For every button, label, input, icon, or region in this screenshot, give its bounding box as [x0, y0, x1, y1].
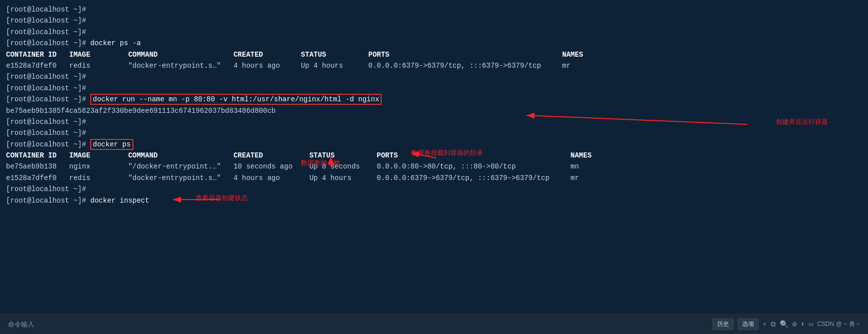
search-icon: 🔍	[780, 320, 788, 328]
terminal-line: [root@localhost ~]#	[6, 83, 862, 94]
terminal-line-docker-run: [root@localhost ~]# docker run --name mn…	[6, 94, 862, 105]
terminal-line: [root@localhost ~]#	[6, 4, 862, 15]
terminal-line: [root@localhost ~]#	[6, 15, 862, 26]
annotation-check-status: 查看容器创建状态	[196, 194, 248, 203]
table-row-nginx: be75aeb9b138 nginx "/docker-entrypoint.……	[6, 161, 862, 172]
annotation-create-container: 创建并且运行容器	[776, 117, 828, 126]
window-icon: ▭	[809, 320, 813, 328]
history-button[interactable]: 历史	[713, 318, 734, 330]
table-row-redis: e1528a7dfef0 redis "docker-entrypoint.s……	[6, 173, 862, 184]
toolbar-right: 历史 选项 ⚡ ⧉ 🔍 ⚙ ⬇ ▭ CSDN @ ~ 勇 ~	[713, 318, 860, 330]
options-button[interactable]: 选项	[738, 318, 759, 330]
terminal-line: [root@localhost ~]#	[6, 127, 862, 138]
csdn-label: CSDN @ ~ 勇 ~	[817, 320, 860, 328]
annotation-volume-name: 数据卷的名称	[301, 158, 340, 168]
command-input-label: 命令输入	[8, 320, 34, 329]
terminal-line: [root@localhost ~]#	[6, 71, 862, 82]
terminal-line: [root@localhost ~]# docker ps -a	[6, 38, 862, 49]
hash-output: be75aeb9b1385f4ca5823af2f330be9dee691113…	[6, 105, 862, 116]
table-header: CONTAINER ID IMAGE COMMAND CREATED STATU…	[6, 49, 862, 60]
annotation-volume-mount: 数据卷挂载到容器的目录	[411, 148, 483, 157]
terminal-line: [root@localhost ~]#	[6, 184, 862, 195]
table-row: e1528a7dfef0 redis "docker-entrypoint.s……	[6, 60, 862, 71]
bottom-toolbar: 命令输入 历史 选项 ⚡ ⧉ 🔍 ⚙ ⬇ ▭ CSDN @ ~ 勇 ~	[0, 314, 868, 334]
terminal-line: [root@localhost ~]#	[6, 27, 862, 38]
download-icon: ⬇	[801, 320, 805, 328]
lightning-icon: ⚡	[763, 320, 767, 328]
settings-icon: ⚙	[792, 320, 796, 328]
terminal-line-docker-inspect: [root@localhost ~]# docker inspect	[6, 195, 862, 206]
copy-icon: ⧉	[771, 320, 776, 328]
terminal-line: [root@localhost ~]#	[6, 116, 862, 127]
